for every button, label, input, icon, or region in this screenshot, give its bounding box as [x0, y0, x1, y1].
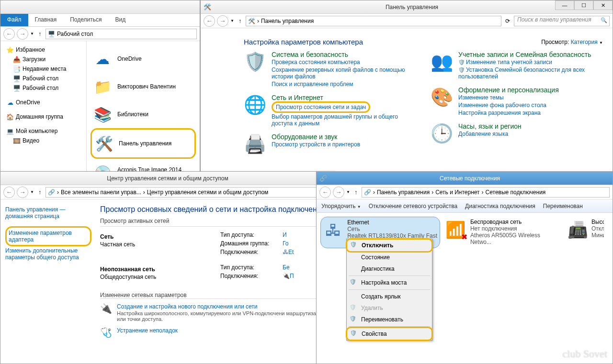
back-button[interactable]: ← [3, 28, 15, 40]
back-button[interactable]: ← [204, 15, 215, 27]
tree-recent[interactable]: 📑Недавние места [2, 64, 84, 74]
tree-onedrive[interactable]: ☁OneDrive [2, 98, 84, 107]
nc-sidebar: Панель управления — домашняя страница Из… [0, 199, 96, 362]
link-network[interactable]: Сеть и Интернет [272, 94, 323, 101]
link-security-status[interactable]: Проверка состояния компьютера [272, 58, 416, 66]
video-icon: 🎞️ [13, 137, 21, 144]
cp-categories: 🛡️ Система и безопасность Проверка состо… [201, 51, 613, 161]
tree-label: Домашняя группа [16, 113, 63, 120]
breadcrumb-segment[interactable]: Панель управления [261, 18, 314, 24]
nk-breadcrumb[interactable]: 🔗 › Панель управления › Сеть и Интернет … [362, 187, 610, 198]
maximize-button[interactable]: ☐ [574, 0, 593, 10]
link-homegroup[interactable]: Выбор параметров домашней группы и общег… [272, 113, 416, 127]
tree-desktop2[interactable]: 🖥️Рабочий стол [2, 83, 84, 93]
link-connection2[interactable]: П [290, 273, 294, 279]
nc-change-label: Изменение сетевых параметров [100, 283, 331, 298]
link-clock[interactable]: Часы, язык и регион [458, 122, 522, 130]
up-button[interactable]: ↑ [236, 18, 244, 24]
tab-view[interactable]: Вид [108, 14, 132, 26]
cp-search[interactable]: Поиск в панели управления [514, 16, 610, 26]
breadcrumb-segment[interactable]: Сеть и Интернет [435, 189, 479, 196]
forward-button[interactable]: → [333, 187, 344, 198]
menu-diagnose[interactable]: Диагностика [347, 263, 432, 275]
link-troubleshoot[interactable]: Поиск и исправление проблем [272, 80, 416, 88]
tree-favorites[interactable]: ⭐Избранное [2, 45, 84, 55]
breadcrumb-location[interactable]: Рабочий стол [57, 31, 93, 37]
cp-breadcrumb[interactable]: 🛠️ › Панель управления [246, 16, 501, 26]
link-security[interactable]: Система и безопасность [272, 51, 348, 58]
breadcrumb-segment[interactable]: Центр управления сетями и общим доступом [147, 189, 269, 196]
breadcrumb-segment[interactable]: Сетевые подключения [486, 189, 546, 196]
tb-rename[interactable]: Переименован [543, 203, 583, 210]
minimize-button[interactable]: — [555, 0, 574, 10]
menu-status[interactable]: Состояние [347, 252, 432, 263]
tb-organize[interactable]: Упорядочить ▼ [321, 203, 361, 210]
up-button[interactable]: ↑ [36, 31, 44, 37]
link-theme[interactable]: Изменение темы [458, 94, 559, 101]
up-button[interactable]: ↑ [36, 189, 44, 196]
link-filehistory[interactable]: Сохранение резервных копий файлов с помо… [272, 66, 416, 80]
computer-icon: 💻 [6, 127, 14, 135]
link-accounts[interactable]: Учетные записи и Семейная безопасность [458, 51, 591, 58]
link-sharing-settings[interactable]: Изменить дополнительные параметры общего… [5, 246, 91, 262]
link-add-language[interactable]: Добавление языка [458, 130, 522, 138]
menu-rename[interactable]: 🛡️Переименовать [347, 314, 432, 325]
item-user[interactable]: 📁Викторович Валентин [91, 73, 196, 100]
forward-button[interactable]: → [217, 15, 228, 27]
tab-file[interactable]: Файл [0, 14, 28, 26]
close-button[interactable]: ✕ [593, 0, 613, 10]
back-button[interactable]: ← [319, 187, 331, 198]
menu-properties[interactable]: 🛡️Свойства [347, 328, 431, 340]
cp-view-selector[interactable]: Просмотр: Категория ▼ [541, 39, 613, 45]
cp-col-right: 👥 Учетные записи и Семейная безопасность… [431, 51, 603, 161]
link-new-connection[interactable]: Создание и настройка нового подключения … [117, 303, 331, 310]
breadcrumb-segment[interactable]: Все элементы панели управ... [61, 189, 141, 196]
cp-header-row: Настройка параметров компьютера Просмотр… [201, 28, 613, 51]
tree-homegroup[interactable]: 🏠Домашняя группа [2, 112, 84, 121]
link-network-status[interactable]: Просмотр состояния сети и задач [272, 101, 370, 113]
link-troubleshoot[interactable]: Устранение неполадок [117, 327, 178, 338]
history-dropdown-icon[interactable]: ▼ [30, 32, 34, 36]
tree-downloads[interactable]: 📥Загрузки [2, 55, 84, 64]
refresh-button[interactable]: ⟳ [503, 18, 512, 24]
link-wallpaper[interactable]: Изменение фона рабочего стола [458, 101, 559, 109]
link-homegroup-value[interactable]: Го [283, 240, 288, 247]
up-button[interactable]: ↑ [352, 189, 360, 196]
history-dropdown-icon[interactable]: ▼ [230, 19, 234, 23]
link-cp-home[interactable]: Панель управления — домашняя страница [5, 205, 91, 221]
adapter-highspeed[interactable]: 📠 Высо... Откл Мини... [566, 217, 604, 248]
menu-disable[interactable]: 🛡️Отключить [347, 240, 431, 251]
menu-bridge[interactable]: 🛡️Настройка моста [347, 277, 432, 288]
tab-share[interactable]: Поделиться [63, 14, 108, 26]
link-account-type[interactable]: 🛡️Изменение типа учетной записи [458, 58, 603, 66]
link-family-safety[interactable]: 🛡️Установка Семейной безопасности для вс… [458, 66, 603, 80]
back-button[interactable]: ← [3, 187, 15, 198]
history-dropdown-icon[interactable]: ▼ [30, 190, 34, 194]
item-libraries[interactable]: 📚Библиотеки [91, 100, 196, 128]
link-hardware[interactable]: Оборудование и звук [272, 133, 338, 141]
item-control-panel[interactable]: 🛠️Панель управления [91, 128, 196, 159]
tree-videos[interactable]: 🎞️Видео [2, 136, 84, 145]
link-appearance[interactable]: Оформление и персонализация [458, 86, 559, 94]
breadcrumb[interactable]: 🖥️ Рабочий стол [45, 29, 197, 39]
link-resolution[interactable]: Настройка разрешения экрана [458, 109, 559, 117]
item-onedrive[interactable]: ☁OneDrive [91, 45, 196, 73]
nc-breadcrumb[interactable]: 🔗 › Все элементы панели управ... › Центр… [45, 187, 332, 198]
tb-disable[interactable]: Отключение сетевого устройства [369, 203, 457, 210]
history-dropdown-icon[interactable]: ▼ [346, 190, 350, 194]
link-change-adapter[interactable]: Изменение параметров адаптера [5, 226, 91, 246]
tree-computer[interactable]: 💻Мой компьютер [2, 126, 84, 136]
menu-shortcut[interactable]: Создать ярлык [347, 291, 432, 302]
tree-desktop1[interactable]: 🖥️Рабочий стол [2, 74, 84, 83]
adapter-name: Высо... [591, 219, 604, 225]
tab-home[interactable]: Главная [28, 14, 64, 26]
link-connection[interactable]: Et [288, 249, 294, 255]
forward-button[interactable]: → [17, 187, 28, 198]
forward-button[interactable]: → [17, 28, 28, 40]
link-devices[interactable]: Просмотр устройств и принтеров [272, 141, 360, 148]
kv-hg-label: Домашняя группа: [220, 240, 283, 247]
breadcrumb-segment[interactable]: Панель управления [377, 189, 430, 196]
tb-diagnose[interactable]: Диагностика подключения [465, 203, 535, 210]
adapter-wifi[interactable]: 📶✖ Беспроводная сеть Нет подключения Ath… [443, 217, 563, 248]
kv-access-label: Тип доступа: [220, 264, 283, 271]
